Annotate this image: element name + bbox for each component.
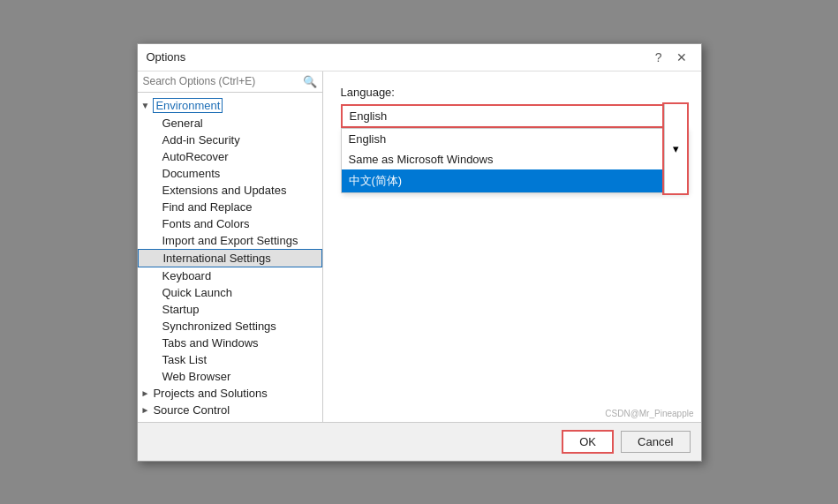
- ok-button[interactable]: OK: [562, 430, 614, 454]
- option-label-same-as-windows: Same as Microsoft Windows: [349, 153, 494, 166]
- tree-item-quick-launch[interactable]: Quick Launch: [138, 284, 322, 301]
- dropdown-option-english[interactable]: English: [342, 129, 686, 149]
- dropdown-option-chinese[interactable]: 中文(简体): [342, 169, 686, 192]
- title-bar-left: Options: [147, 50, 186, 64]
- search-bar: 🔍: [138, 71, 322, 93]
- tree-item-source-control[interactable]: ► Source Control: [138, 402, 322, 418]
- title-bar-right: ? ✕: [650, 49, 692, 65]
- tree-item-add-in-security[interactable]: Add-in Security: [138, 132, 322, 148]
- option-label-english: English: [349, 132, 387, 146]
- dropdown-option-same-as-windows[interactable]: Same as Microsoft Windows: [342, 149, 686, 169]
- autorecover-label: AutoRecover: [162, 150, 229, 163]
- task-list-label: Task List: [162, 353, 208, 366]
- expand-icon-environment: ▼: [141, 101, 150, 110]
- find-replace-label: Find and Replace: [162, 200, 253, 214]
- left-panel: 🔍 ▼ Environment General Add-in Security …: [138, 71, 323, 422]
- tabs-windows-label: Tabs and Windows: [162, 336, 259, 350]
- extensions-updates-label: Extensions and Updates: [162, 184, 287, 197]
- chevron-down-icon: ▾: [673, 142, 679, 155]
- quick-launch-label: Quick Launch: [162, 286, 233, 299]
- keyboard-label: Keyboard: [162, 269, 212, 282]
- tree-item-extensions-updates[interactable]: Extensions and Updates: [138, 182, 322, 199]
- tree-item-web-browser[interactable]: Web Browser: [138, 368, 322, 385]
- option-label-chinese: 中文(简体): [349, 174, 403, 187]
- dialog-body: 🔍 ▼ Environment General Add-in Security …: [138, 71, 701, 422]
- options-dialog: Options ? ✕ 🔍 ▼ Environment General: [137, 43, 702, 462]
- search-icon: 🔍: [303, 75, 317, 88]
- dropdown-list: English Same as Microsoft Windows 中文(简体): [341, 128, 687, 193]
- international-label: International Settings: [163, 252, 271, 265]
- tree-item-documents[interactable]: Documents: [138, 165, 322, 182]
- tree-item-tabs-windows[interactable]: Tabs and Windows: [138, 335, 322, 351]
- tree-item-international[interactable]: International Settings: [138, 249, 322, 267]
- import-export-label: Import and Export Settings: [162, 234, 298, 247]
- close-button[interactable]: ✕: [671, 49, 692, 65]
- expand-icon-source-control: ►: [141, 405, 150, 415]
- right-panel: Language: English ▾ English Same as Micr…: [323, 71, 701, 422]
- tree-item-projects-solutions[interactable]: ► Projects and Solutions: [138, 385, 322, 402]
- general-label: General: [162, 117, 203, 130]
- tree-item-find-replace[interactable]: Find and Replace: [138, 199, 322, 215]
- dialog-title: Options: [147, 50, 186, 64]
- language-dropdown-wrapper: English ▾ English Same as Microsoft Wind…: [341, 104, 687, 193]
- tree-item-autorecover[interactable]: AutoRecover: [138, 148, 322, 165]
- synchronized-settings-label: Synchronized Settings: [162, 320, 276, 333]
- tree-item-task-list[interactable]: Task List: [138, 351, 322, 368]
- environment-label: Environment: [153, 98, 223, 113]
- title-bar: Options ? ✕: [138, 44, 701, 71]
- bottom-bar: OK Cancel: [138, 422, 701, 461]
- fonts-colors-label: Fonts and Colors: [162, 217, 250, 230]
- tree-item-environment[interactable]: ▼ Environment: [138, 96, 322, 115]
- search-input[interactable]: [143, 75, 299, 87]
- language-dropdown-current[interactable]: English: [341, 104, 687, 128]
- source-control-label: Source Control: [153, 403, 230, 417]
- startup-label: Startup: [162, 303, 200, 316]
- web-browser-label: Web Browser: [162, 370, 231, 383]
- dropdown-current-value: English: [350, 109, 388, 123]
- tree-item-startup[interactable]: Startup: [138, 301, 322, 318]
- cancel-button[interactable]: Cancel: [621, 431, 690, 453]
- projects-solutions-label: Projects and Solutions: [153, 387, 267, 400]
- dropdown-arrow-button[interactable]: ▾: [664, 104, 687, 193]
- tree-item-fonts-colors[interactable]: Fonts and Colors: [138, 215, 322, 232]
- add-in-security-label: Add-in Security: [162, 133, 240, 147]
- watermark: CSDN@Mr_Pineapple: [605, 409, 693, 418]
- expand-icon-projects: ►: [141, 388, 150, 398]
- documents-label: Documents: [162, 167, 221, 180]
- language-label: Language:: [341, 86, 687, 99]
- tree-item-import-export[interactable]: Import and Export Settings: [138, 232, 322, 249]
- tree-panel: ▼ Environment General Add-in Security Au…: [138, 93, 322, 422]
- help-button[interactable]: ?: [650, 49, 668, 65]
- tree-item-keyboard[interactable]: Keyboard: [138, 267, 322, 284]
- tree-item-synchronized-settings[interactable]: Synchronized Settings: [138, 318, 322, 335]
- tree-item-general[interactable]: General: [138, 115, 322, 132]
